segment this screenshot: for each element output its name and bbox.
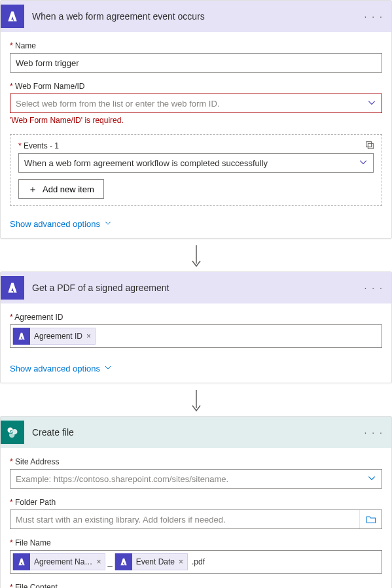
field-events: Events - 1 When a web form agreement wor…: [18, 141, 374, 173]
field-folder-path: Folder Path Must start with an existing …: [10, 498, 382, 529]
site-address-label: Site Address: [10, 457, 382, 466]
field-site-address: Site Address Example: https://contoso.sh…: [10, 457, 382, 489]
step1-header[interactable]: When a web form agreement event occurs ·…: [1, 1, 391, 32]
field-file-content: File Content Body ×: [10, 583, 382, 588]
arrow-connector: [0, 383, 392, 416]
step2-body: Agreement ID Agreement ID ×: [1, 303, 391, 357]
name-input[interactable]: Web form trigger: [10, 53, 382, 73]
adobe-icon: [115, 553, 132, 570]
webform-error-text: 'Web Form Name/ID' is required.: [10, 116, 382, 125]
step2-title: Get a PDF of a signed agreement: [32, 283, 357, 293]
separator-text: _: [107, 557, 113, 567]
step3-body: Site Address Example: https://contoso.sh…: [1, 448, 391, 588]
step-get-pdf: Get a PDF of a signed agreement · · · Ag…: [0, 271, 392, 383]
step1-more-icon[interactable]: · · ·: [365, 11, 383, 22]
chevron-down-icon: [104, 219, 112, 229]
step-when-webform-event: When a web form agreement event occurs ·…: [0, 0, 392, 239]
step1-title: When a web form agreement event occurs: [32, 11, 357, 22]
events-label: Events - 1: [18, 141, 374, 150]
step1-body: Name Web form trigger Web Form Name/ID S…: [1, 32, 391, 213]
copy-icon[interactable]: [365, 140, 375, 152]
field-file-name: File Name Agreement Na… × _ Event Date ×: [10, 538, 382, 574]
step-create-file: S Create file · · · Site Address Example…: [0, 416, 392, 588]
token-agreement-id[interactable]: Agreement ID ×: [12, 328, 96, 345]
step3-more-icon[interactable]: · · ·: [365, 427, 383, 438]
webform-dropdown[interactable]: Select web form from the list or enter t…: [10, 94, 382, 113]
step2-more-icon[interactable]: · · ·: [365, 283, 383, 293]
agreement-id-label: Agreement ID: [10, 313, 382, 322]
file-extension-text: .pdf: [192, 557, 205, 566]
token-remove-icon[interactable]: ×: [179, 557, 183, 566]
agreement-id-input[interactable]: Agreement ID ×: [10, 324, 382, 348]
field-agreement-id: Agreement ID Agreement ID ×: [10, 313, 382, 348]
chevron-down-icon: [367, 474, 376, 485]
events-group: Events - 1 When a web form agreement wor…: [10, 134, 382, 206]
field-webform: Web Form Name/ID Select web form from th…: [10, 82, 382, 125]
webform-label: Web Form Name/ID: [10, 82, 382, 91]
svg-rect-0: [368, 143, 373, 148]
token-agreement-name[interactable]: Agreement Na… ×: [12, 553, 105, 570]
svg-text:S: S: [10, 429, 13, 435]
adobe-icon: [1, 276, 24, 300]
chevron-down-icon: [367, 98, 376, 109]
adobe-icon: [1, 5, 24, 28]
file-name-input[interactable]: Agreement Na… × _ Event Date × .pdf: [10, 550, 382, 574]
name-label: Name: [10, 41, 382, 50]
chevron-down-icon: [359, 158, 368, 169]
show-advanced-link[interactable]: Show advanced options: [1, 213, 121, 238]
file-name-label: File Name: [10, 538, 382, 547]
adobe-icon: [13, 553, 30, 570]
step3-title: Create file: [32, 427, 357, 438]
adobe-icon: [13, 328, 30, 345]
arrow-connector: [0, 239, 392, 271]
svg-rect-1: [366, 142, 372, 147]
show-advanced-link[interactable]: Show advanced options: [1, 357, 121, 383]
token-remove-icon[interactable]: ×: [86, 332, 91, 341]
step3-header[interactable]: S Create file · · ·: [1, 417, 391, 448]
folder-path-input[interactable]: Must start with an existing library. Add…: [10, 510, 382, 529]
plus-icon: ＋: [28, 184, 37, 194]
events-dropdown[interactable]: When a web form agreement workflow is co…: [18, 153, 374, 173]
file-content-label: File Content: [10, 583, 382, 588]
folder-path-label: Folder Path: [10, 498, 382, 507]
step2-header[interactable]: Get a PDF of a signed agreement · · ·: [1, 272, 391, 303]
token-event-date[interactable]: Event Date ×: [115, 553, 188, 570]
sharepoint-icon: S: [1, 421, 24, 444]
site-address-dropdown[interactable]: Example: https://contoso.sharepoint.com/…: [10, 469, 382, 489]
folder-picker-button[interactable]: [359, 510, 382, 528]
token-remove-icon[interactable]: ×: [96, 557, 101, 566]
chevron-down-icon: [104, 364, 112, 373]
field-name: Name Web form trigger: [10, 41, 382, 73]
add-item-button[interactable]: ＋ Add new item: [18, 179, 104, 199]
